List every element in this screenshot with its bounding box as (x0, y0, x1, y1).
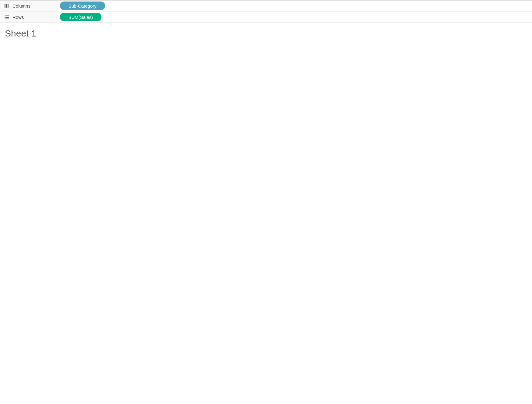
sheet-title[interactable]: Sheet 1 (5, 28, 530, 39)
svg-rect-6 (6, 17, 9, 18)
columns-pill-area[interactable]: Sub-Category (58, 1, 532, 11)
svg-point-3 (5, 15, 5, 16)
svg-rect-0 (5, 4, 5, 8)
columns-pill[interactable]: Sub-Category (60, 2, 105, 10)
columns-shelf[interactable]: Columns Sub-Category (0, 0, 532, 11)
columns-label: Columns (12, 1, 58, 11)
svg-rect-1 (6, 4, 7, 8)
columns-icon (0, 3, 12, 8)
sheet-area: Sheet 1 Sub-Category Sales 0K200K400K600… (0, 23, 532, 39)
svg-rect-8 (6, 19, 9, 19)
rows-label: Rows (12, 12, 58, 22)
svg-point-5 (5, 17, 5, 18)
rows-pill-area[interactable]: SUM(Sales) (58, 12, 532, 22)
rows-icon (0, 15, 12, 19)
rows-pill[interactable]: SUM(Sales) (60, 13, 101, 21)
svg-point-7 (5, 18, 5, 19)
rows-shelf[interactable]: Rows SUM(Sales) (0, 12, 532, 22)
svg-rect-4 (6, 16, 9, 16)
svg-rect-2 (8, 4, 9, 8)
